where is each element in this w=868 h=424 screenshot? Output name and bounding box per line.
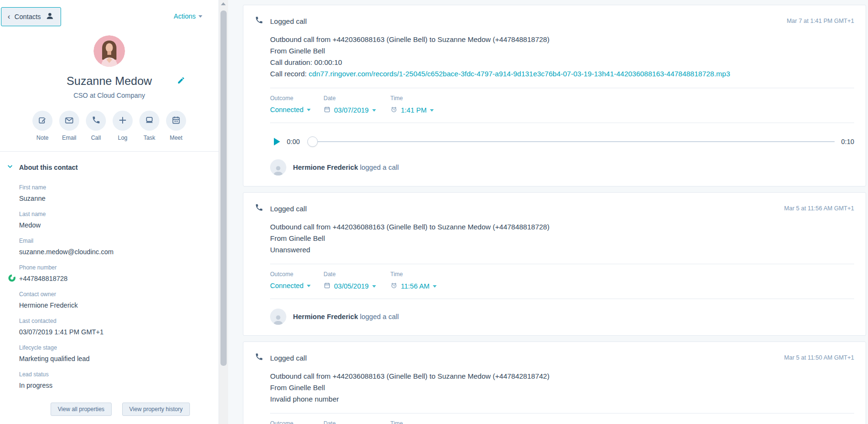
vertical-scrollbar [219, 0, 228, 424]
property-last-contacted: Last contacted 03/07/2019 1:41 PM GMT+1 [19, 318, 219, 337]
chevron-down-icon [307, 285, 311, 289]
property-label: Phone number [19, 264, 219, 271]
actions-dropdown[interactable]: Actions [174, 12, 202, 20]
divider [270, 123, 854, 123]
view-all-properties-button[interactable]: View all properties [51, 403, 112, 416]
phone-icon [255, 16, 263, 26]
outcome-dropdown[interactable]: Connected [270, 106, 324, 114]
date-dropdown[interactable]: 03/05/2019 [324, 282, 390, 290]
call-detail-line: Outbound call from +442036088163 (Ginell… [270, 34, 854, 45]
contact-profile: Suzanne Medow CSO at Cloud Company Note … [0, 35, 219, 141]
play-icon[interactable] [274, 138, 280, 145]
outcome-value: Connected [270, 106, 303, 114]
call-record-line: Call record: cdn77.ringover.com/records/… [270, 68, 854, 80]
ringover-icon[interactable] [8, 274, 16, 284]
time-dropdown[interactable]: 1:41 PM [390, 106, 434, 114]
time-dropdown[interactable]: 11:56 AM [390, 282, 437, 290]
call-detail-line: From Ginelle Bell [270, 382, 854, 393]
card-title: Logged call [270, 354, 307, 362]
call-record-link[interactable]: cdn77.ringover.com/records/1-25045/c652b… [309, 70, 730, 78]
call-detail-line: Invalid phone number [270, 393, 854, 405]
call-details: Outbound call from +442036088163 (Ginell… [270, 371, 854, 405]
card-title: Logged call [270, 205, 307, 213]
sidebar-divider [0, 151, 219, 152]
property-value: Medow [19, 220, 219, 230]
call-record-label: Call record: [270, 70, 309, 78]
chevron-down-icon [199, 15, 202, 20]
task-label: Task [139, 134, 159, 141]
audio-player: 0:00 0:10 [274, 134, 854, 150]
property-first-name: First name Suzanne [19, 184, 219, 203]
task-button[interactable] [139, 111, 159, 131]
contact-properties: First name Suzanne Last name Medow Email… [19, 184, 219, 390]
note-button[interactable] [32, 111, 52, 131]
email-label: Email [59, 134, 79, 141]
logged-call-card-2: Logged call Mar 5 at 11:56 AM GMT+1 Outb… [243, 192, 866, 336]
contact-role: CSO at Cloud Company [0, 92, 219, 99]
property-value: Suzanne [19, 194, 219, 203]
contact-person-icon [45, 11, 54, 22]
outcome-label: Outcome [270, 95, 324, 102]
property-value: In progress [19, 381, 219, 390]
scrollbar-thumb[interactable] [220, 10, 227, 366]
time-value: 1:41 PM [401, 106, 427, 114]
divider [270, 264, 854, 264]
phone-icon [255, 352, 263, 363]
outcome-dropdown[interactable]: Connected [270, 282, 324, 290]
chevron-left-icon: ‹ [8, 13, 10, 21]
date-label: Date [324, 95, 390, 102]
call-label: Call [86, 134, 106, 141]
footer-action-text: logged a call [358, 313, 398, 321]
log-button[interactable] [113, 111, 133, 131]
property-lifecycle-stage: Lifecycle stage Marketing qualified lead [19, 344, 219, 363]
outcome-label: Outcome [270, 420, 324, 424]
property-phone: Phone number +447848818728 [19, 264, 219, 283]
calendar-icon [324, 282, 331, 290]
call-detail-line: Call duration: 00:00:10 [270, 57, 854, 68]
footer-activity-text: Hermione Frederick logged a call [293, 313, 399, 321]
call-detail-line: Unanswered [270, 244, 854, 256]
note-icon [38, 115, 47, 126]
clock-icon [390, 282, 397, 290]
chevron-down-icon [430, 109, 434, 114]
email-button[interactable] [59, 111, 79, 131]
calendar-icon [171, 115, 181, 126]
time-label: Time [390, 271, 437, 278]
scrollbar-up-arrow[interactable] [221, 2, 226, 5]
note-label: Note [32, 134, 52, 141]
card-timestamp: Mar 5 at 11:50 AM GMT+1 [784, 354, 854, 361]
property-value: Marketing qualified lead [19, 354, 219, 363]
property-label: Lead status [19, 371, 219, 378]
property-value: suzanne.medow@cloudinc.com [19, 247, 219, 257]
card-timestamp: Mar 5 at 11:56 AM GMT+1 [784, 205, 854, 212]
edit-name-icon[interactable] [177, 76, 185, 86]
time-label: Time [390, 95, 434, 102]
outcome-label: Outcome [270, 271, 324, 278]
property-lead-status: Lead status In progress [19, 371, 219, 390]
phone-icon [92, 115, 101, 126]
logged-call-card-1: Logged call Mar 7 at 1:41 PM GMT+1 Outbo… [243, 5, 866, 186]
contact-sidebar: ‹ Contacts Actions Suzanne M [0, 0, 219, 424]
property-email: Email suzanne.medow@cloudinc.com [19, 238, 219, 257]
about-section-title: About this contact [19, 164, 78, 171]
call-button[interactable] [86, 111, 106, 131]
player-total-time: 0:10 [841, 138, 854, 145]
property-last-name: Last name Medow [19, 211, 219, 230]
back-to-contacts-button[interactable]: ‹ Contacts [1, 7, 61, 26]
about-section-toggle[interactable]: About this contact [7, 163, 219, 171]
slider-knob[interactable] [307, 136, 318, 147]
meet-button[interactable] [166, 111, 186, 131]
slider-track[interactable] [308, 141, 835, 142]
date-value: 03/05/2019 [334, 282, 369, 290]
date-label: Date [324, 271, 390, 278]
call-detail-line: From Ginelle Bell [270, 233, 854, 244]
clock-icon [390, 106, 397, 114]
date-dropdown[interactable]: 03/07/2019 [324, 106, 390, 114]
call-details: Outbound call from +442036088163 (Ginell… [270, 34, 854, 80]
audio-seek-slider[interactable] [307, 136, 835, 147]
view-property-history-button[interactable]: View property history [122, 403, 190, 416]
property-label: Contact owner [19, 291, 219, 298]
user-avatar-placeholder [270, 309, 286, 325]
footer-activity-text: Hermione Frederick logged a call [293, 164, 399, 171]
call-detail-line: Outbound call from +442036088163 (Ginell… [270, 371, 854, 382]
